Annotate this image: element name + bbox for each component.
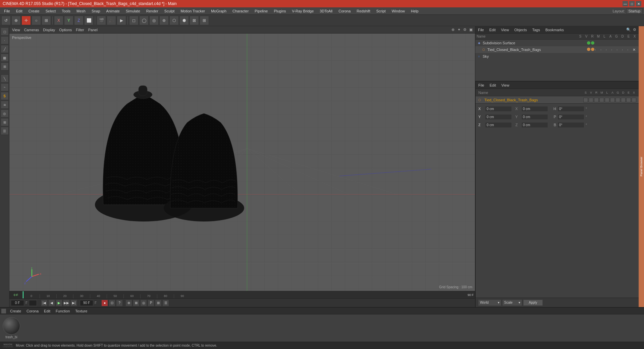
tool-z[interactable]: Z (74, 16, 84, 25)
tool-render[interactable]: 🎬 (97, 16, 106, 25)
key-all-btn[interactable]: ? (116, 300, 123, 306)
sidebar-tool-extra[interactable]: ☰ (1, 127, 9, 135)
panel-browser-tab[interactable]: Panel Browser (639, 26, 644, 307)
menu-script[interactable]: Script (374, 8, 388, 14)
vp-icon-camera[interactable]: ⊕ (450, 27, 455, 33)
am-flag-btn-3[interactable] (594, 98, 599, 102)
am-flag-btn-6[interactable] (610, 98, 615, 102)
om-flag-s-subdiv[interactable] (587, 41, 590, 45)
am-flag-btn-9[interactable] (626, 98, 631, 102)
menu-render[interactable]: Render (144, 8, 161, 14)
menu-simulate[interactable]: Simulate (123, 8, 143, 14)
timeline-ruler[interactable]: 0 10 20 30 40 50 60 70 80 90 (9, 291, 475, 298)
am-selected-object-row[interactable]: ⬡ Tied_Closed_Black_Trash_Bags (476, 96, 639, 104)
om-flag-v-subdiv[interactable] (591, 41, 594, 45)
transport-goto-start[interactable]: |◀ (41, 300, 48, 306)
sidebar-tool-line[interactable]: ╲ (1, 74, 9, 83)
menu-redshift[interactable]: Redshift (354, 8, 373, 14)
menu-motiontracker[interactable]: Motion Tracker (178, 8, 208, 14)
menu-corona[interactable]: Corona (336, 8, 353, 14)
menu-file[interactable]: File (1, 8, 13, 14)
maximize-button[interactable]: □ (629, 1, 635, 6)
tool-obj8[interactable]: ⊞ (200, 16, 209, 25)
vp-menu-options[interactable]: Options (58, 28, 73, 32)
menu-pipeline[interactable]: Pipeline (252, 8, 270, 14)
auto-key-btn[interactable]: ⊡ (109, 300, 115, 306)
om-item-subdivision[interactable]: ◈ Subdivision Surface (475, 40, 639, 46)
mat-menu-create[interactable]: Create (9, 309, 22, 313)
am-flag-btn-5[interactable] (605, 98, 609, 102)
mat-menu-corona[interactable]: Corona (25, 309, 40, 313)
coord-y-field[interactable] (485, 114, 512, 120)
tool-scale[interactable]: ⊞ (42, 16, 51, 25)
sidebar-mode-pts[interactable]: · (1, 36, 9, 44)
menu-mograph[interactable]: MoGraph (208, 8, 229, 14)
coord-z-field[interactable] (485, 122, 512, 128)
transport-extra5[interactable]: ⊞ (155, 300, 162, 306)
tool-rotate[interactable]: ○ (32, 16, 41, 25)
vp-menu-panel[interactable]: Panel (87, 28, 99, 32)
fps-field[interactable] (29, 300, 37, 306)
menu-help[interactable]: Help (408, 8, 421, 14)
coord-x-field[interactable] (485, 106, 512, 112)
mat-panel-icon[interactable] (1, 309, 6, 313)
vp-menu-display[interactable]: Display (42, 28, 56, 32)
tool-move[interactable]: ✛ (21, 16, 31, 25)
om-settings-icon[interactable]: ⚙ (632, 27, 637, 33)
tool-render2[interactable]: 🎥 (107, 16, 116, 25)
om-menu-objects[interactable]: Objects (513, 28, 528, 32)
coord-z-rot-field[interactable] (521, 122, 548, 128)
transport-extra4[interactable]: P (148, 300, 154, 306)
tool-undo[interactable]: ↺ (1, 16, 11, 25)
coord-h-field[interactable] (557, 106, 584, 112)
sidebar-mode-edge[interactable]: ╱ (1, 45, 9, 53)
vp-menu-view[interactable]: View (11, 28, 21, 32)
tool-render3[interactable]: ▶ (117, 16, 126, 25)
vp-icon-render[interactable]: ✦ (456, 27, 462, 33)
transport-extra6[interactable]: ☰ (162, 300, 169, 306)
mat-menu-texture[interactable]: Texture (74, 309, 89, 313)
menu-character[interactable]: Character (230, 8, 251, 14)
menu-create[interactable]: Create (26, 8, 42, 14)
transport-goto-end[interactable]: ▶| (70, 300, 77, 306)
mat-menu-edit[interactable]: Edit (43, 309, 52, 313)
record-btn[interactable]: ● (101, 300, 108, 306)
current-frame-field[interactable] (11, 300, 24, 306)
transport-extra2[interactable]: ⊠ (133, 300, 140, 306)
end-frame-field[interactable] (80, 300, 93, 306)
om-flag-s-trashbags[interactable] (587, 48, 590, 51)
menu-tools[interactable]: Tools (59, 8, 73, 14)
menu-select[interactable]: Select (43, 8, 59, 14)
close-button[interactable]: ✕ (636, 1, 641, 6)
om-menu-file[interactable]: File (477, 28, 485, 32)
om-item-trashbags[interactable]: ⬡ Tied_Closed_Black_Trash_Bags · · · · ·… (475, 46, 639, 53)
om-flag-v-trashbags[interactable] (591, 48, 594, 51)
layout-value[interactable]: Startup (626, 8, 643, 14)
om-menu-edit[interactable]: Edit (488, 28, 497, 32)
coord-x-rot-field[interactable] (521, 106, 548, 112)
apply-button[interactable]: Apply (523, 300, 543, 306)
tool-obj3[interactable]: ◎ (149, 16, 159, 25)
material-item-trashbag[interactable]: trash_bi (3, 317, 20, 339)
vp-icon-panel[interactable]: ▣ (468, 27, 474, 33)
am-menu-view[interactable]: View (500, 83, 511, 87)
am-flag-btn-4[interactable] (599, 98, 604, 102)
am-flag-btn-7[interactable] (615, 98, 620, 102)
tool-obj4[interactable]: ⊛ (159, 16, 169, 25)
timeline-playhead[interactable] (23, 291, 23, 298)
menu-window[interactable]: Window (389, 8, 408, 14)
sidebar-mode-poly[interactable]: ▦ (1, 54, 9, 62)
menu-mesh[interactable]: Mesh (74, 8, 88, 14)
menu-sculpt[interactable]: Sculpt (162, 8, 177, 14)
tool-obj1[interactable]: ◻ (129, 16, 139, 25)
transport-play[interactable]: ▶ (56, 300, 62, 306)
tool-obj2[interactable]: ◯ (139, 16, 149, 25)
om-menu-view[interactable]: View (500, 28, 511, 32)
menu-snap[interactable]: Snap (89, 8, 103, 14)
coord-p-field[interactable] (557, 114, 584, 120)
tool-obj5[interactable]: ⬡ (169, 16, 179, 25)
om-menu-bookmarks[interactable]: Bookmarks (544, 28, 565, 32)
tool-obj7[interactable]: ⊠ (190, 16, 199, 25)
transport-play-back[interactable]: ◀ (48, 300, 55, 306)
menu-animate[interactable]: Animate (104, 8, 122, 14)
